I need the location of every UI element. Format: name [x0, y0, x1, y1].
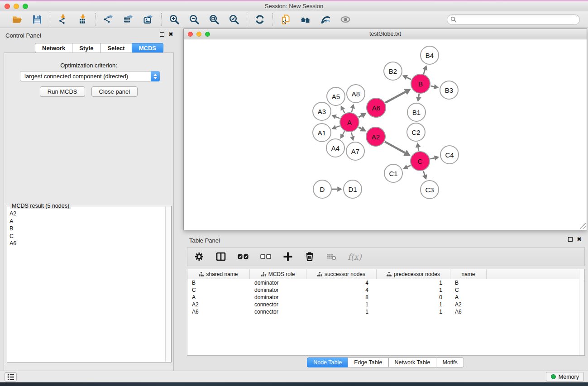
export-image-icon[interactable]	[142, 13, 155, 26]
table-cell[interactable]: 1	[377, 301, 450, 308]
graph-node-B3[interactable]: B3	[440, 81, 459, 100]
table-cell[interactable]: C	[450, 287, 487, 293]
table-cell[interactable]: dominator	[250, 294, 306, 300]
float-panel-icon[interactable]	[160, 32, 164, 37]
table-cell[interactable]: 1	[377, 309, 450, 315]
table-tab-node-table[interactable]: Node Table	[307, 357, 348, 367]
result-list-item[interactable]: B	[10, 225, 165, 233]
graph-node-A5[interactable]: A5	[326, 87, 345, 106]
export-table-icon[interactable]	[122, 13, 135, 26]
table-cell[interactable]: connector	[250, 309, 306, 315]
table-row[interactable]: Cdominator41C	[187, 286, 584, 294]
graph-node-A8[interactable]: A8	[346, 84, 365, 103]
column-header-MCDS-role[interactable]: MCDS role	[250, 269, 306, 279]
control-tab-mcds[interactable]: MCDS	[132, 43, 163, 53]
table-cell[interactable]: 1	[377, 280, 450, 286]
graph-node-D1[interactable]: D1	[343, 180, 362, 199]
criterion-dropdown[interactable]: largest connected component (directed)	[20, 71, 160, 81]
gear-icon[interactable]	[194, 250, 205, 263]
checked-pair-icon[interactable]	[237, 250, 249, 263]
table-cell[interactable]: A6	[450, 309, 487, 315]
table-cell[interactable]: A6	[187, 309, 250, 315]
memory-button[interactable]: Memory	[546, 372, 584, 381]
save-floppy-icon[interactable]	[31, 13, 43, 26]
result-scrollbar[interactable]	[165, 207, 171, 362]
task-history-button[interactable]	[5, 372, 17, 381]
table-tab-edge-table[interactable]: Edge Table	[348, 357, 388, 367]
table-scrollbar[interactable]	[579, 270, 584, 355]
resize-grip[interactable]	[580, 223, 586, 229]
network-canvas[interactable]: B4B2BB3A5A8A6B1A3AC2A1A2A4A7C4CC1C3DD1	[184, 39, 587, 230]
table-cell[interactable]: B	[450, 280, 487, 286]
home-pair-icon[interactable]	[299, 13, 312, 26]
column-header-predecessor-nodes[interactable]: predecessor nodes	[377, 269, 450, 279]
table-row[interactable]: Bdominator41B	[187, 279, 584, 286]
table-cell[interactable]: connector	[250, 301, 306, 308]
minimize-window-button[interactable]	[14, 4, 19, 9]
graph-node-A4[interactable]: A4	[326, 138, 345, 157]
table-cell[interactable]: 1	[306, 301, 377, 308]
result-list-item[interactable]: A2	[10, 210, 165, 218]
result-list-item[interactable]: C	[10, 233, 165, 240]
network-close-button[interactable]	[188, 32, 193, 37]
unchecked-pair-icon[interactable]	[260, 250, 272, 263]
trash-icon[interactable]	[304, 250, 315, 263]
table-cell[interactable]: A	[187, 294, 250, 300]
run-mcds-button[interactable]: Run MCDS	[40, 86, 85, 97]
graph-node-A2[interactable]: A2	[366, 127, 386, 147]
search-input[interactable]	[447, 14, 580, 25]
table-row[interactable]: Adominator80A	[187, 294, 584, 301]
zoom-selected-icon[interactable]	[228, 13, 240, 26]
column-header-shared-name[interactable]: shared name	[187, 269, 250, 279]
table-tab-network-table[interactable]: Network Table	[388, 357, 437, 367]
graph-node-C3[interactable]: C3	[420, 180, 439, 199]
graph-node-A3[interactable]: A3	[312, 102, 331, 121]
table-row[interactable]: A2connector11A2	[187, 301, 584, 308]
control-tab-style[interactable]: Style	[72, 43, 100, 53]
import-table-icon[interactable]	[76, 13, 89, 26]
graph-node-B4[interactable]: B4	[420, 46, 439, 65]
table-cell[interactable]: B	[187, 280, 250, 286]
column-header-successor-nodes[interactable]: successor nodes	[306, 269, 377, 279]
zoom-window-button[interactable]	[23, 4, 28, 9]
export-network-icon[interactable]	[102, 13, 115, 26]
table-cell[interactable]: 1	[377, 287, 450, 293]
result-list-item[interactable]: A6	[10, 240, 165, 248]
table-cell[interactable]: dominator	[250, 287, 306, 293]
window-controls[interactable]	[5, 4, 28, 9]
graph-node-B2[interactable]: B2	[383, 62, 402, 81]
vizmap-eye-icon[interactable]	[319, 13, 332, 26]
mcds-result-list[interactable]: A2ABCA6	[8, 210, 165, 361]
graph-node-C[interactable]: C	[410, 151, 430, 171]
table-cell[interactable]: 0	[377, 294, 450, 300]
graph-node-A7[interactable]: A7	[346, 142, 365, 161]
network-minimize-button[interactable]	[196, 32, 201, 37]
control-tab-network[interactable]: Network	[35, 43, 72, 53]
split-columns-icon[interactable]	[215, 250, 226, 263]
control-tab-select[interactable]: Select	[100, 43, 132, 53]
table-cell[interactable]: A2	[450, 301, 487, 308]
network-window-titlebar[interactable]: testGlobe.txt	[184, 29, 587, 39]
float-table-panel-icon[interactable]	[568, 237, 573, 242]
column-header-name[interactable]: name	[450, 269, 487, 279]
zoom-in-icon[interactable]	[168, 13, 181, 26]
graph-node-C2[interactable]: C2	[406, 123, 425, 142]
table-tab-motifs[interactable]: Motifs	[436, 357, 464, 367]
graph-node-A1[interactable]: A1	[312, 123, 331, 142]
close-panel-button[interactable]: Close panel	[91, 86, 138, 97]
table-cell[interactable]: 4	[306, 287, 377, 293]
graph-node-D[interactable]: D	[313, 180, 332, 199]
result-list-item[interactable]: A	[10, 218, 165, 225]
graph-node-A6[interactable]: A6	[366, 98, 386, 118]
refresh-icon[interactable]	[253, 13, 266, 26]
graph-node-B[interactable]: B	[411, 74, 430, 94]
zoom-fit-icon[interactable]	[208, 13, 220, 26]
table-cell[interactable]: 4	[306, 280, 377, 286]
import-network-icon[interactable]	[57, 13, 69, 26]
table-cell[interactable]: 1	[306, 309, 377, 315]
network-zoom-button[interactable]	[205, 32, 210, 37]
table-cell[interactable]: dominator	[250, 280, 306, 286]
close-table-panel-icon[interactable]: ✖	[577, 237, 582, 242]
table-row[interactable]: A6connector11A6	[187, 308, 584, 315]
close-panel-icon[interactable]: ✖	[168, 32, 173, 37]
